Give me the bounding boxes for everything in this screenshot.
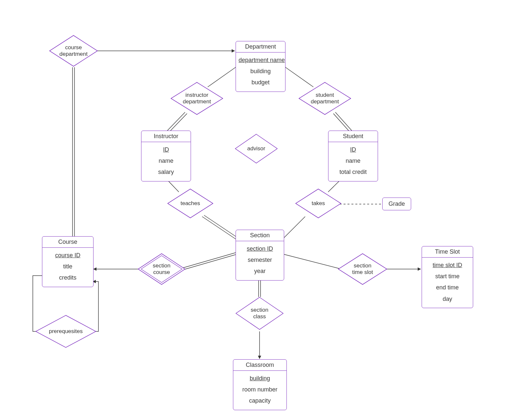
attr: year <box>239 265 281 277</box>
attr: total credit <box>331 166 375 178</box>
label: sectionclass <box>246 307 273 320</box>
entity-title: Classroom <box>233 360 286 371</box>
rel-teaches: teaches <box>167 189 213 218</box>
svg-line-13 <box>281 217 305 241</box>
label: sectiontime slot <box>348 262 377 276</box>
svg-line-18 <box>284 254 341 269</box>
rel-prerequisites: prerequesites <box>35 315 96 348</box>
rel-student-department: studentdepartment <box>299 82 351 115</box>
attr-key: section ID <box>247 245 273 252</box>
attr: capacity <box>236 395 284 406</box>
attr-key: time slot ID <box>432 262 462 268</box>
attr: salary <box>144 166 188 178</box>
entity-title: Student <box>328 131 378 142</box>
svg-line-4 <box>167 112 185 131</box>
rel-course-department: coursedepartment <box>49 35 98 67</box>
entity-timeslot: Time Slot time slot ID start time end ti… <box>422 246 473 308</box>
attr-key: course ID <box>55 252 80 259</box>
attr: room number <box>236 384 284 395</box>
entity-title: Instructor <box>141 131 191 142</box>
entity-classroom: Classroom building room number capacity <box>233 359 287 410</box>
svg-line-5 <box>169 114 187 132</box>
entity-course: Course course ID title credits <box>42 236 94 287</box>
svg-line-16 <box>182 255 236 270</box>
entity-title: Section <box>236 230 284 241</box>
label: teaches <box>180 200 200 206</box>
entity-section: Section section ID semester year <box>236 230 284 281</box>
entity-title: Department <box>236 41 285 52</box>
attr-key: ID <box>163 146 169 153</box>
svg-line-7 <box>335 112 352 131</box>
attr-key: department name <box>239 54 285 66</box>
attr: building <box>239 66 283 77</box>
attr: name <box>144 155 188 166</box>
label: coursedepartment <box>59 44 88 58</box>
entity-instructor: Instructor ID name salary <box>141 131 191 181</box>
rel-takes: takes <box>295 189 341 218</box>
label: takes <box>312 200 325 206</box>
entity-department: Department department name building budg… <box>236 41 285 92</box>
attr: title <box>45 261 91 272</box>
label: sectioncourse <box>149 262 175 276</box>
entity-title: Course <box>42 237 93 248</box>
attr: day <box>425 293 470 304</box>
attr-key: ID <box>350 146 356 153</box>
attr-box-grade: Grade <box>382 198 411 210</box>
rel-advisor: advisor <box>235 134 278 163</box>
attr: end time <box>425 282 470 293</box>
entity-title: Time Slot <box>422 246 473 258</box>
label: Grade <box>388 200 405 207</box>
rel-instructor-department: instructordepartment <box>171 82 223 115</box>
label: advisor <box>247 145 265 152</box>
rel-section-course: sectioncourse <box>138 253 185 285</box>
attr: credits <box>45 272 91 283</box>
label: instructordepartment <box>180 92 213 105</box>
svg-line-10 <box>202 217 239 241</box>
rel-section-timeslot: sectiontime slot <box>338 253 387 285</box>
label: studentdepartment <box>308 92 341 105</box>
attr: budget <box>239 77 283 88</box>
label: prerequesites <box>49 328 83 334</box>
attr: name <box>331 155 375 166</box>
entity-student: Student ID name total credit <box>328 131 378 181</box>
attr-key: building <box>250 375 270 382</box>
svg-line-15 <box>182 253 236 268</box>
attr: semester <box>239 254 281 265</box>
svg-line-8 <box>333 114 350 132</box>
rel-section-class: sectionclass <box>236 297 284 330</box>
attr: start time <box>425 271 470 282</box>
